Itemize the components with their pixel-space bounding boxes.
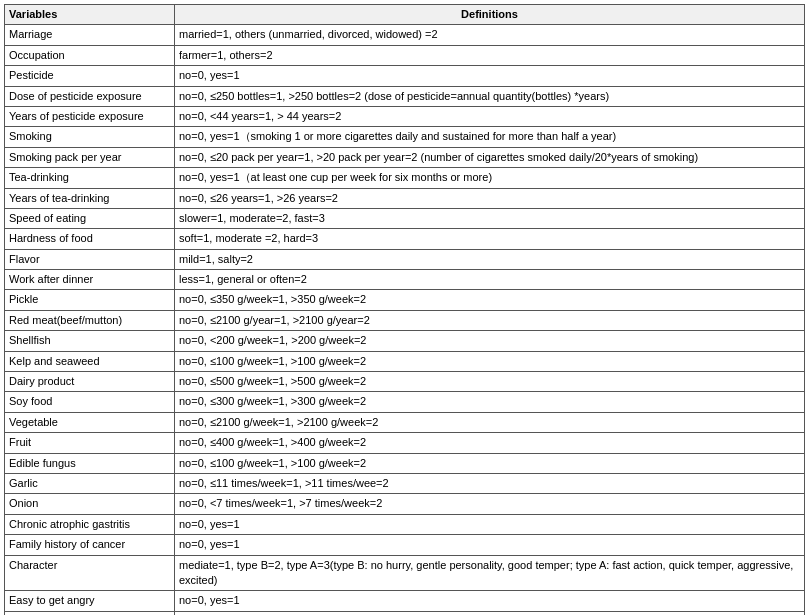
definition-cell: no=0, yes=1（at least one cup per week fo… xyxy=(175,168,805,188)
variable-cell: Years of pesticide exposure xyxy=(5,106,175,126)
definition-cell: no=0, ≤250 bottles=1, >250 bottles=2 (do… xyxy=(175,86,805,106)
variable-cell: Family status xyxy=(5,611,175,615)
table-row: Soy foodno=0, ≤300 g/week=1, >300 g/week… xyxy=(5,392,805,412)
variable-cell: Pickle xyxy=(5,290,175,310)
table-row: Pesticideno=0, yes=1 xyxy=(5,66,805,86)
definition-cell: no=0, ≤300 g/week=1, >300 g/week=2 xyxy=(175,392,805,412)
variable-cell: Work after dinner xyxy=(5,270,175,290)
variable-cell: Occupation xyxy=(5,45,175,65)
definition-cell: no=0, yes=1（smoking 1 or more cigarettes… xyxy=(175,127,805,147)
col-header-variables: Variables xyxy=(5,5,175,25)
variable-cell: Dairy product xyxy=(5,372,175,392)
table-row: Fruitno=0, ≤400 g/week=1, >400 g/week=2 xyxy=(5,433,805,453)
table-row: Family history of cancerno=0, yes=1 xyxy=(5,535,805,555)
table-row: Marriagemarried=1, others (unmarried, di… xyxy=(5,25,805,45)
definition-cell: no=0, ≤26 years=1, >26 years=2 xyxy=(175,188,805,208)
variable-cell: Edible fungus xyxy=(5,453,175,473)
table-row: Dose of pesticide exposureno=0, ≤250 bot… xyxy=(5,86,805,106)
variable-cell: Soy food xyxy=(5,392,175,412)
definition-cell: farmer=1, others=2 xyxy=(175,45,805,65)
definition-cell: no=0, ≤500 g/week=1, >500 g/week=2 xyxy=(175,372,805,392)
table-container: Variables Definitions Marriagemarried=1,… xyxy=(0,0,809,615)
variable-cell: Pesticide xyxy=(5,66,175,86)
table-row: Years of tea-drinkingno=0, ≤26 years=1, … xyxy=(5,188,805,208)
table-row: Smokingno=0, yes=1（smoking 1 or more cig… xyxy=(5,127,805,147)
definition-cell: married=1, others (unmarried, divorced, … xyxy=(175,25,805,45)
table-row: Vegetableno=0, ≤2100 g/week=1, >2100 g/w… xyxy=(5,412,805,432)
definition-cell: no=0, ≤100 g/week=1, >100 g/week=2 xyxy=(175,453,805,473)
table-row: Hardness of foodsoft=1, moderate =2, har… xyxy=(5,229,805,249)
definition-cell: no=0, ≤350 g/week=1, >350 g/week=2 xyxy=(175,290,805,310)
table-row: Charactermediate=1, type B=2, type A=3(t… xyxy=(5,555,805,591)
table-row: Onionno=0, <7 times/week=1, >7 times/wee… xyxy=(5,494,805,514)
variable-cell: Hardness of food xyxy=(5,229,175,249)
definition-cell: satisfied=0，dissatisfied =1(satisfaction… xyxy=(175,611,805,615)
table-row: Red meat(beef/mutton)no=0, ≤2100 g/year=… xyxy=(5,310,805,330)
definition-cell: slower=1, moderate=2, fast=3 xyxy=(175,208,805,228)
variable-cell: Family history of cancer xyxy=(5,535,175,555)
variable-cell: Smoking xyxy=(5,127,175,147)
definition-cell: less=1, general or often=2 xyxy=(175,270,805,290)
definition-cell: no=0, ≤20 pack per year=1, >20 pack per … xyxy=(175,147,805,167)
table-row: Dairy productno=0, ≤500 g/week=1, >500 g… xyxy=(5,372,805,392)
variable-cell: Garlic xyxy=(5,473,175,493)
variable-cell: Red meat(beef/mutton) xyxy=(5,310,175,330)
definition-cell: no=0, ≤400 g/week=1, >400 g/week=2 xyxy=(175,433,805,453)
variable-cell: Easy to get angry xyxy=(5,591,175,611)
table-row: Flavormild=1, salty=2 xyxy=(5,249,805,269)
definition-cell: no=0, ≤100 g/week=1, >100 g/week=2 xyxy=(175,351,805,371)
table-row: Edible fungusno=0, ≤100 g/week=1, >100 g… xyxy=(5,453,805,473)
definition-cell: no=0, <200 g/week=1, >200 g/week=2 xyxy=(175,331,805,351)
table-row: Kelp and seaweedno=0, ≤100 g/week=1, >10… xyxy=(5,351,805,371)
table-header-row: Variables Definitions xyxy=(5,5,805,25)
table-row: Shellfishno=0, <200 g/week=1, >200 g/wee… xyxy=(5,331,805,351)
variable-cell: Kelp and seaweed xyxy=(5,351,175,371)
definition-cell: mediate=1, type B=2, type A=3(type B: no… xyxy=(175,555,805,591)
definition-cell: soft=1, moderate =2, hard=3 xyxy=(175,229,805,249)
table-row: Pickleno=0, ≤350 g/week=1, >350 g/week=2 xyxy=(5,290,805,310)
table-row: Tea-drinkingno=0, yes=1（at least one cup… xyxy=(5,168,805,188)
table-row: Work after dinnerless=1, general or ofte… xyxy=(5,270,805,290)
definition-cell: no=0, ≤11 times/week=1, >11 times/wee=2 xyxy=(175,473,805,493)
definition-cell: no=0, yes=1 xyxy=(175,591,805,611)
variable-cell: Smoking pack per year xyxy=(5,147,175,167)
table-row: Years of pesticide exposureno=0, <44 yea… xyxy=(5,106,805,126)
table-row: Occupationfarmer=1, others=2 xyxy=(5,45,805,65)
definition-cell: mild=1, salty=2 xyxy=(175,249,805,269)
definition-cell: no=0, <7 times/week=1, >7 times/week=2 xyxy=(175,494,805,514)
table-body: Marriagemarried=1, others (unmarried, di… xyxy=(5,25,805,615)
variable-cell: Onion xyxy=(5,494,175,514)
definition-cell: no=0, yes=1 xyxy=(175,514,805,534)
definition-cell: no=0, ≤2100 g/year=1, >2100 g/year=2 xyxy=(175,310,805,330)
table-row: Smoking pack per yearno=0, ≤20 pack per … xyxy=(5,147,805,167)
variable-cell: Shellfish xyxy=(5,331,175,351)
variable-cell: Vegetable xyxy=(5,412,175,432)
definition-cell: no=0, ≤2100 g/week=1, >2100 g/week=2 xyxy=(175,412,805,432)
variable-cell: Tea-drinking xyxy=(5,168,175,188)
variable-cell: Flavor xyxy=(5,249,175,269)
variable-cell: Speed of eating xyxy=(5,208,175,228)
definition-cell: no=0, <44 years=1, > 44 years=2 xyxy=(175,106,805,126)
table-row: Easy to get angryno=0, yes=1 xyxy=(5,591,805,611)
variable-cell: Fruit xyxy=(5,433,175,453)
variables-table: Variables Definitions Marriagemarried=1,… xyxy=(4,4,805,615)
variable-cell: Years of tea-drinking xyxy=(5,188,175,208)
table-row: Chronic atrophic gastritisno=0, yes=1 xyxy=(5,514,805,534)
table-row: Garlicno=0, ≤11 times/week=1, >11 times/… xyxy=(5,473,805,493)
variable-cell: Dose of pesticide exposure xyxy=(5,86,175,106)
variable-cell: Marriage xyxy=(5,25,175,45)
col-header-definitions: Definitions xyxy=(175,5,805,25)
variable-cell: Chronic atrophic gastritis xyxy=(5,514,175,534)
table-row: Family statussatisfied=0，dissatisfied =1… xyxy=(5,611,805,615)
definition-cell: no=0, yes=1 xyxy=(175,66,805,86)
definition-cell: no=0, yes=1 xyxy=(175,535,805,555)
table-row: Speed of eatingslower=1, moderate=2, fas… xyxy=(5,208,805,228)
variable-cell: Character xyxy=(5,555,175,591)
